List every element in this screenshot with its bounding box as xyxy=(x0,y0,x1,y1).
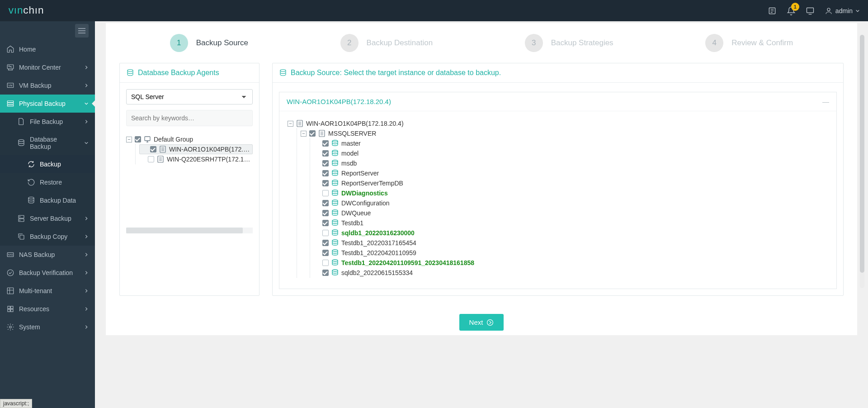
checkbox[interactable] xyxy=(322,270,329,276)
sidebar-item-backupcopy[interactable]: Backup Copy xyxy=(0,228,95,246)
tree-row[interactable]: ReportServer xyxy=(314,168,828,178)
tree-row[interactable]: −Default Group xyxy=(126,134,253,144)
tree-row[interactable]: Testdb1_202204201109591_20230418161858 xyxy=(314,258,828,268)
tree-row[interactable]: Testdb1_20220420110959 xyxy=(314,248,828,258)
tree-row[interactable]: −MSSQLSERVER xyxy=(301,128,828,138)
sidebar-item-vm[interactable]: VM Backup xyxy=(0,76,95,95)
topbar: vınchın 1 admin xyxy=(0,0,868,21)
scrollbar[interactable] xyxy=(860,35,864,288)
tree-row[interactable]: ReportServerTempDB xyxy=(314,178,828,188)
sidebar-item-physical[interactable]: Physical Backup xyxy=(0,95,95,113)
sidebar-item-dbbackup[interactable]: Database Backup xyxy=(0,131,95,155)
sidebar-item-label: Physical Backup xyxy=(19,100,66,107)
sidebar-item-system[interactable]: System xyxy=(0,318,95,336)
wizard-step-2[interactable]: 2Backup Destination xyxy=(340,34,433,52)
sidebar-item-backupdata[interactable]: Backup Data xyxy=(0,191,95,209)
sidebar-item-nas[interactable]: NAS Backup xyxy=(0,246,95,264)
sidebar-item-label: Server Backup xyxy=(30,215,71,222)
checkbox[interactable] xyxy=(322,240,329,246)
agents-panel-title: Database Backup Agents xyxy=(138,69,219,77)
sidebar-item-bver[interactable]: Backup Verification xyxy=(0,264,95,282)
physical-icon xyxy=(6,100,14,108)
tree-row[interactable]: −WIN-AOR1O1K04PB(172.18.20.4) xyxy=(288,119,828,128)
checkbox[interactable] xyxy=(322,160,329,166)
bver-icon xyxy=(6,269,14,277)
db-icon xyxy=(331,180,339,187)
backupcopy-icon xyxy=(17,232,25,241)
horizontal-scrollbar[interactable] xyxy=(126,228,253,233)
tree-row[interactable]: sqldb2_20220615155334 xyxy=(314,268,828,278)
collapse-icon[interactable]: − xyxy=(301,131,307,137)
checkbox[interactable] xyxy=(309,130,316,137)
tree-row[interactable]: DWDiagnostics xyxy=(314,188,828,198)
search-input[interactable] xyxy=(126,110,253,126)
resources-icon xyxy=(6,305,14,313)
tree-row[interactable]: sqldb1_20220316230000 xyxy=(314,228,828,238)
tree-row[interactable]: model xyxy=(314,148,828,158)
checkbox[interactable] xyxy=(322,260,329,266)
tree-row[interactable]: WIN-AOR1O1K04PB(172.18.20.4) xyxy=(139,144,253,154)
tree-label: Default Group xyxy=(154,136,193,143)
sidebar-item-label: Restore xyxy=(40,179,62,186)
wizard-step-4[interactable]: 4Review & Confirm xyxy=(705,34,793,52)
dbbackup-icon xyxy=(17,139,25,147)
checkbox[interactable] xyxy=(150,146,156,152)
tree-row[interactable]: master xyxy=(314,138,828,148)
checkbox[interactable] xyxy=(322,150,329,157)
sidebar-item-filebackup[interactable]: File Backup xyxy=(0,113,95,131)
sidebar-item-restore[interactable]: Restore xyxy=(0,173,95,191)
next-button[interactable]: Next xyxy=(459,314,504,331)
checkbox[interactable] xyxy=(322,230,329,236)
brand-logo: vınchın xyxy=(8,5,71,17)
checkbox[interactable] xyxy=(322,250,329,256)
tree-row[interactable]: Testdb1 xyxy=(314,218,828,228)
checkbox[interactable] xyxy=(322,170,329,176)
sidebar-item-monitor[interactable]: Monitor Center xyxy=(0,58,95,76)
checkbox[interactable] xyxy=(322,200,329,206)
wizard-step-3[interactable]: 3Backup Strategies xyxy=(525,34,613,52)
collapse-icon[interactable]: − xyxy=(288,121,293,127)
backupdata-icon xyxy=(27,196,35,204)
tree-label: MSSQLSERVER xyxy=(328,130,376,137)
checkbox[interactable] xyxy=(322,180,329,186)
sidebar-item-resources[interactable]: Resources xyxy=(0,300,95,318)
tree-label: Testdb1_202204201109591_20230418161858 xyxy=(341,259,474,266)
display-icon[interactable] xyxy=(806,6,815,15)
tree-row[interactable]: WIN-Q220ESRH7TP(172.18.30.20) xyxy=(139,154,253,164)
notifications-icon[interactable]: 1 xyxy=(787,6,796,15)
sidebar-item-serverbackup[interactable]: Server Backup xyxy=(0,209,95,228)
tree-label: DWQueue xyxy=(341,209,371,217)
sidebar-item-backup[interactable]: Backup xyxy=(0,155,95,173)
vm-icon xyxy=(6,81,14,90)
checkbox[interactable] xyxy=(322,190,329,196)
collapse-icon[interactable]: − xyxy=(126,137,132,142)
db-type-select[interactable]: SQL Server xyxy=(126,89,253,104)
step-label: Backup Destination xyxy=(367,38,433,47)
tree-row[interactable]: DWQueue xyxy=(314,208,828,218)
tree-label: Testdb1_20220420110959 xyxy=(341,249,416,256)
wizard-step-1[interactable]: 1Backup Source xyxy=(170,34,248,52)
sidebar-item-label: Multi-tenant xyxy=(19,287,52,294)
filebackup-icon xyxy=(17,118,25,126)
checkbox[interactable] xyxy=(322,210,329,216)
tree-row[interactable]: DWConfiguration xyxy=(314,198,828,208)
task-list-icon[interactable] xyxy=(768,6,777,15)
db-icon xyxy=(331,209,339,217)
checkbox[interactable] xyxy=(322,220,329,226)
collapse-icon[interactable]: — xyxy=(822,98,829,105)
collapse-sidebar-button[interactable] xyxy=(75,24,89,38)
user-menu[interactable]: admin xyxy=(825,7,860,15)
tree-row[interactable]: msdb xyxy=(314,158,828,168)
chevron-down-icon xyxy=(84,101,89,106)
server-icon xyxy=(159,146,166,153)
sidebar-item-home[interactable]: Home xyxy=(0,40,95,58)
server-icon xyxy=(157,156,164,163)
checkbox[interactable] xyxy=(135,136,141,142)
checkbox[interactable] xyxy=(148,156,154,162)
sidebar-item-label: Home xyxy=(19,46,36,53)
tree-label: Testdb1 xyxy=(341,219,363,227)
sidebar-item-multi[interactable]: Multi-tenant xyxy=(0,282,95,300)
serverbackup-icon xyxy=(17,214,25,223)
tree-row[interactable]: Testdb1_20220317165454 xyxy=(314,238,828,248)
checkbox[interactable] xyxy=(322,140,329,147)
